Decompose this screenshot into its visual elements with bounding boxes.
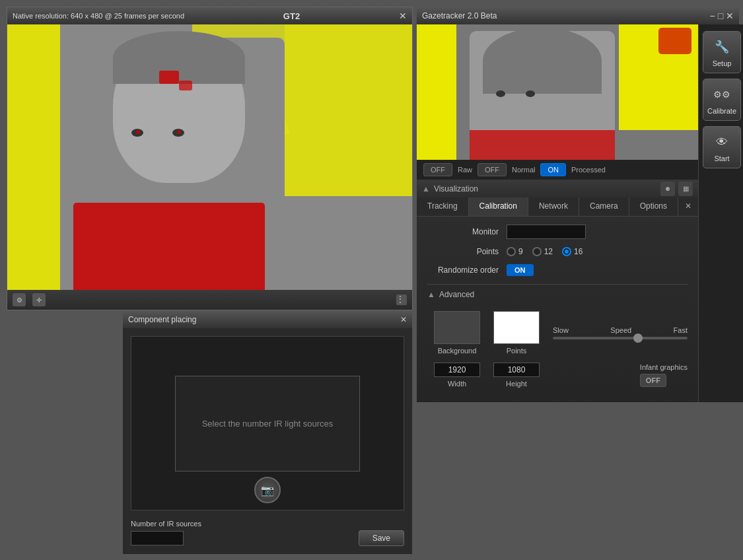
tab-network[interactable]: Network [528, 197, 579, 216]
tabs-close-button[interactable]: ✕ [678, 197, 698, 216]
processed-toggle-button[interactable]: ON [540, 163, 566, 176]
speed-main-label: Speed [610, 326, 631, 334]
calibrate-button[interactable]: ⚙⚙ Calibrate [703, 79, 741, 121]
calibrate-icon: ⚙⚙ [709, 85, 735, 104]
start-label: Start [714, 155, 729, 162]
save-button[interactable]: Save [359, 530, 404, 546]
advanced-content: Background Points Slow Speed Fast [427, 304, 688, 394]
points-color-container: Points [493, 311, 540, 355]
preview-left-eye [496, 90, 505, 97]
yellow-patch-1 [7, 24, 60, 290]
points-12-option[interactable]: 12 [532, 247, 553, 256]
width-input[interactable] [434, 363, 480, 377]
component-title: Component placing [128, 315, 196, 324]
preview-feed-bg [417, 24, 698, 160]
tab-camera[interactable]: Camera [579, 197, 629, 216]
component-window: Component placing ✕ Select the number IR… [122, 310, 413, 555]
tab-options[interactable]: Options [629, 197, 678, 216]
red-patch-head-2 [179, 81, 192, 90]
points-color-label: Points [507, 347, 527, 355]
vis-screen-icon[interactable]: ▦ [678, 182, 693, 196]
camera-feed-bg [7, 24, 412, 290]
toolbar-crosshair-icon[interactable]: ✛ [32, 293, 46, 306]
background-color-container: Background [434, 311, 480, 355]
speed-labels: Slow Speed Fast [553, 326, 688, 334]
ir-instruction-text: Select the number IR light sources [202, 419, 334, 429]
randomize-row: Randomize order ON [427, 264, 688, 276]
color-speed-row: Background Points Slow Speed Fast [427, 311, 688, 355]
monitor-row: Monitor [427, 225, 688, 239]
toolbar-settings-icon[interactable]: ⚙ [13, 293, 26, 306]
visualization-arrow-icon[interactable]: ▲ [422, 184, 430, 193]
points-16-label: 16 [574, 247, 583, 256]
red-patch-1 [73, 203, 265, 290]
background-color-box[interactable] [434, 311, 480, 344]
points-color-box[interactable] [493, 311, 540, 344]
setup-button[interactable]: 🔧 Setup [703, 31, 741, 73]
advanced-arrow-icon[interactable]: ▲ [427, 290, 435, 299]
preview-red-body [470, 130, 615, 160]
yellow-patch-2 [285, 24, 412, 196]
ir-number-input[interactable] [131, 531, 184, 545]
raw-toggle-button[interactable]: OFF [423, 163, 452, 176]
gazetracker-window: Gazetracker 2.0 Beta − □ ✕ [416, 7, 740, 403]
infant-graphics-toggle[interactable]: OFF [640, 374, 666, 387]
gazetracker-titlebar: Gazetracker 2.0 Beta − □ ✕ [417, 7, 739, 24]
speed-container: Slow Speed Fast [553, 326, 688, 339]
randomize-toggle[interactable]: ON [507, 264, 534, 276]
points-9-label: 9 [518, 247, 523, 256]
gazetracker-preview: OFF Raw OFF Normal ON Processed ▲ Visual… [417, 24, 698, 402]
normal-toggle-button[interactable]: OFF [478, 163, 507, 176]
raw-state: OFF [431, 166, 445, 174]
infant-container: Infant graphics OFF [640, 363, 688, 387]
preview-right-eye [526, 90, 535, 97]
points-16-option[interactable]: 16 [562, 247, 583, 256]
points-12-radio[interactable] [532, 247, 542, 256]
points-radio-group: 9 12 16 [507, 247, 583, 256]
height-label: Height [506, 380, 527, 388]
speed-slow-label: Slow [553, 326, 569, 334]
infant-graphics-label: Infant graphics [640, 363, 688, 371]
gazetracker-content: OFF Raw OFF Normal ON Processed ▲ Visual… [417, 24, 739, 402]
normal-label: Normal [512, 166, 535, 174]
normal-state: OFF [485, 166, 499, 174]
points-9-radio[interactable] [507, 247, 516, 256]
processed-state: ON [548, 166, 559, 174]
ir-inner-box: Select the number IR light sources [175, 376, 360, 472]
camera-close-button[interactable]: ✕ [399, 11, 407, 21]
points-16-radio[interactable] [562, 247, 571, 256]
toolbar-expand-icon[interactable]: ⋮ [396, 295, 407, 305]
camera-icon: 📷 [261, 484, 274, 497]
monitor-input[interactable] [507, 225, 586, 239]
camera-titlebar: Native resolution: 640 x 480 @ 25 frames… [7, 7, 412, 24]
camera-feed [7, 24, 412, 290]
start-button[interactable]: 👁 Start [703, 126, 741, 168]
raw-label: Raw [458, 166, 472, 174]
vis-person-icon[interactable]: ☻ [660, 182, 675, 196]
tab-calibration[interactable]: Calibration [469, 197, 528, 216]
setup-label: Setup [713, 59, 732, 67]
red-patch-head [159, 71, 179, 84]
tabs-row: Tracking Calibration Network Camera Opti… [417, 197, 698, 217]
speed-fast-label: Fast [674, 326, 688, 334]
width-label: Width [448, 380, 466, 388]
ir-sources-row: Number of IR sources [131, 520, 404, 528]
height-input[interactable] [493, 363, 540, 377]
tab-tracking[interactable]: Tracking [417, 197, 469, 216]
points-9-option[interactable]: 9 [507, 247, 523, 256]
ir-selection-box: Select the number IR light sources 📷 [131, 336, 404, 510]
preview-red-1 [658, 28, 691, 54]
speed-knob[interactable] [633, 333, 643, 343]
gazetracker-close-button[interactable]: − □ ✕ [710, 11, 734, 21]
visualization-bar: ▲ Visualization ☻ ▦ [417, 180, 698, 197]
camera-window: Native resolution: 640 x 480 @ 25 frames… [7, 7, 413, 310]
start-icon: 👁 [709, 132, 735, 152]
right-eye-marker [177, 130, 181, 134]
speed-slider[interactable] [553, 337, 688, 339]
infant-graphics-state: OFF [646, 376, 660, 384]
component-close-button[interactable]: ✕ [400, 315, 407, 324]
height-container: Height [493, 363, 540, 388]
camera-icon-button[interactable]: 📷 [254, 477, 281, 503]
person-hair [113, 31, 245, 84]
randomize-state: ON [514, 266, 526, 274]
